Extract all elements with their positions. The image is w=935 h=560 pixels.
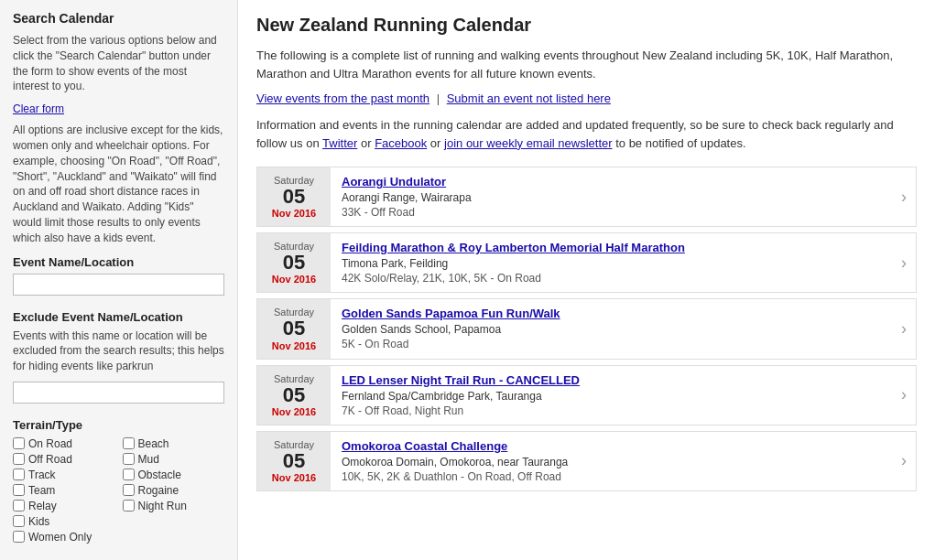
twitter-link[interactable]: Twitter — [322, 136, 357, 150]
event-info: Omokoroa Coastal Challenge Omokoroa Doma… — [331, 432, 892, 490]
date-box: Saturday 05 Nov 2016 — [257, 432, 331, 490]
checkbox-night-run[interactable]: Night Run — [123, 500, 225, 512]
info-end: to be notified of updates. — [615, 136, 745, 150]
sidebar: Search Calendar Select from the various … — [0, 0, 238, 560]
chevron-right-icon: › — [892, 167, 916, 226]
day-num: 05 — [283, 318, 305, 339]
checkbox-off-road[interactable]: Off Road — [13, 453, 115, 466]
event-title: LED Lenser Night Trail Run - CANCELLED — [342, 373, 881, 387]
event-location: Golden Sands School, Papamoa — [342, 323, 881, 336]
sidebar-description: Select from the various options below an… — [13, 33, 224, 94]
event-name-label: Event Name/Location — [13, 255, 224, 269]
event-info: Feilding Marathon & Roy Lamberton Memori… — [331, 233, 892, 292]
event-card[interactable]: Saturday 05 Nov 2016 Feilding Marathon &… — [256, 232, 917, 293]
clear-form-link[interactable]: Clear form — [13, 102, 64, 115]
exclude-input[interactable] — [13, 382, 224, 404]
chevron-right-icon: › — [892, 432, 916, 490]
page-title: New Zealand Running Calendar — [256, 15, 917, 36]
main-content: New Zealand Running Calendar The followi… — [238, 0, 935, 560]
day-name: Saturday — [274, 439, 314, 450]
sidebar-title: Search Calendar — [13, 11, 224, 26]
event-location: Omokoroa Domain, Omokoroa, near Tauranga — [342, 456, 881, 468]
day-num: 05 — [283, 384, 305, 406]
date-box: Saturday 05 Nov 2016 — [257, 366, 331, 425]
day-num: 05 — [283, 450, 305, 472]
checkbox-women-only-row: Women Only — [13, 531, 224, 544]
links-row: View events from the past month | Submit… — [256, 92, 917, 105]
event-details: 42K Solo/Relay, 21K, 10K, 5K - On Road — [342, 272, 881, 285]
chevron-right-icon: › — [892, 233, 916, 292]
intro-text: The following is a complete list of runn… — [256, 47, 917, 82]
event-details: 5K - On Road — [342, 338, 881, 350]
exclude-label: Exclude Event Name/Location — [13, 310, 224, 324]
checkbox-rogaine[interactable]: Rogaine — [123, 484, 225, 497]
info-text: Information and events in the running ca… — [256, 116, 917, 152]
event-location: Fernland Spa/Cambridge Park, Tauranga — [342, 390, 881, 403]
date-box: Saturday 05 Nov 2016 — [257, 233, 331, 292]
date-box: Saturday 05 Nov 2016 — [257, 167, 331, 226]
month-year: Nov 2016 — [272, 406, 316, 417]
checkbox-kids-row: Kids — [13, 515, 224, 528]
events-list: Saturday 05 Nov 2016 Aorangi Undulator A… — [256, 167, 917, 491]
day-name: Saturday — [274, 373, 314, 384]
sidebar-note: All options are inclusive except for the… — [13, 123, 224, 245]
event-title: Omokoroa Coastal Challenge — [342, 439, 881, 453]
chevron-right-icon: › — [892, 299, 916, 358]
event-card[interactable]: Saturday 05 Nov 2016 Aorangi Undulator A… — [256, 167, 917, 227]
month-year: Nov 2016 — [272, 274, 316, 285]
past-events-link[interactable]: View events from the past month — [256, 92, 429, 105]
event-location: Aorangi Range, Wairarapa — [342, 191, 881, 204]
checkbox-beach[interactable]: Beach — [123, 437, 225, 450]
event-details: 10K, 5K, 2K & Duathlon - On Road, Off Ro… — [342, 470, 881, 483]
checkbox-on-road[interactable]: On Road — [13, 437, 115, 450]
checkbox-team[interactable]: Team — [13, 484, 115, 497]
checkbox-women-only[interactable]: Women Only — [13, 531, 92, 544]
event-details: 33K - Off Road — [342, 206, 881, 219]
facebook-link[interactable]: Facebook — [375, 136, 427, 150]
checkbox-obstacle[interactable]: Obstacle — [123, 468, 225, 481]
newsletter-link[interactable]: join our weekly email newsletter — [444, 136, 613, 150]
checkbox-mud[interactable]: Mud — [123, 453, 225, 466]
event-info: LED Lenser Night Trail Run - CANCELLED F… — [331, 366, 892, 425]
event-info: Aorangi Undulator Aorangi Range, Wairara… — [331, 167, 892, 226]
month-year: Nov 2016 — [272, 208, 316, 219]
separator: | — [437, 92, 443, 105]
month-year: Nov 2016 — [272, 340, 316, 351]
event-location: Timona Park, Feilding — [342, 257, 881, 270]
event-details: 7K - Off Road, Night Run — [342, 404, 881, 417]
terrain-label: Terrain/Type — [13, 418, 224, 432]
chevron-right-icon: › — [892, 366, 916, 425]
event-info: Golden Sands Papamoa Fun Run/Walk Golden… — [331, 299, 892, 358]
exclude-description: Events with this name or location will b… — [13, 328, 224, 374]
submit-event-link[interactable]: Submit an event not listed here — [447, 92, 611, 105]
checkbox-kids[interactable]: Kids — [13, 515, 49, 528]
event-title: Feilding Marathon & Roy Lamberton Memori… — [342, 241, 881, 254]
day-num: 05 — [283, 186, 305, 208]
event-card[interactable]: Saturday 05 Nov 2016 Golden Sands Papamo… — [256, 298, 917, 359]
event-card[interactable]: Saturday 05 Nov 2016 LED Lenser Night Tr… — [256, 365, 917, 425]
day-num: 05 — [283, 252, 305, 274]
month-year: Nov 2016 — [272, 472, 316, 483]
checkbox-track[interactable]: Track — [13, 468, 115, 481]
event-name-input[interactable] — [13, 274, 224, 296]
checkbox-relay[interactable]: Relay — [13, 500, 115, 512]
date-box: Saturday 05 Nov 2016 — [257, 299, 331, 358]
event-title: Aorangi Undulator — [342, 175, 881, 188]
event-title: Golden Sands Papamoa Fun Run/Walk — [342, 307, 881, 320]
event-card[interactable]: Saturday 05 Nov 2016 Omokoroa Coastal Ch… — [256, 431, 917, 491]
